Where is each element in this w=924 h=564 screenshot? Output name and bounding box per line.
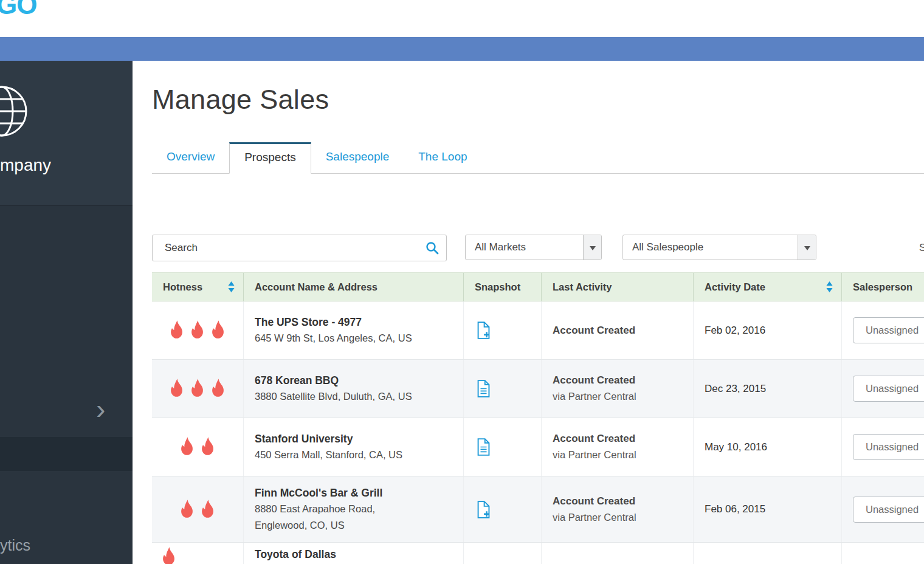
tab-bar: Overview Prospects Salespeople The Loop [152,142,924,174]
column-header-account: Account Name & Address [243,273,463,301]
sort-arrows-icon[interactable] [228,281,235,293]
account-address: 645 W 9th St, Los Angeles, CA, US [255,330,455,346]
markets-dropdown[interactable]: All Markets [465,235,602,260]
sidebar-lower-section: › ytics [0,205,133,564]
salesperson-cell: Unassigned [841,360,924,418]
column-header-snapshot: Snapshot [463,273,541,301]
sidebar: › ytics mpany [0,61,133,564]
account-cell: Toyota of Dallas [243,543,463,564]
activity-date-cell: Dec 23, 2015 [693,360,841,418]
flame-icon [167,320,186,341]
account-cell: The UPS Store - 4977 645 W 9th St, Los A… [243,301,463,359]
account-name[interactable]: The UPS Store - 4977 [255,314,455,330]
flame-icon [178,499,196,520]
sidebar-active-item[interactable] [0,437,133,471]
account-name[interactable]: 678 Korean BBQ [255,373,455,388]
sidebar-item-analytics[interactable]: ytics [0,537,30,554]
document-icon[interactable] [476,380,491,397]
hotness-cell [152,476,243,542]
column-header-last-activity: Last Activity [541,273,693,301]
prospects-table: Hotness Account Name & Address Snapshot … [152,272,924,564]
flame-icon [198,499,217,520]
flame-icon [159,546,178,564]
activity-date-cell [693,543,841,564]
account-name[interactable]: Toyota of Dallas [255,546,455,562]
chevron-right-icon[interactable]: › [96,395,105,423]
assign-salesperson-button[interactable]: Unassigned [853,317,924,343]
blue-nav-bar [0,37,924,61]
hotness-cell [152,360,243,418]
magnifier-icon[interactable] [425,241,440,258]
filter-bar: All Markets All Salespeople S [152,235,924,261]
brand-logo[interactable]: GO [0,0,36,20]
flame-icon [209,320,227,341]
add-document-icon[interactable] [476,501,491,518]
search-input[interactable] [152,235,447,261]
hotness-cell [152,418,243,476]
account-address: Englewood, CO, US [255,517,455,534]
flame-icon [198,436,217,458]
table-row[interactable]: Toyota of Dallas [152,543,924,564]
last-activity-cell: Account Created [541,301,693,359]
sort-arrows-icon[interactable] [826,281,833,293]
main-content: Manage Sales Overview Prospects Salespeo… [133,61,924,564]
account-address: 3880 Satellite Blvd, Duluth, GA, US [255,388,455,405]
table-row[interactable]: Finn McCool's Bar & Grill 8880 East Arap… [152,476,924,543]
account-cell: Stanford University 450 Serra Mall, Stan… [243,418,463,476]
add-document-icon[interactable] [476,322,491,339]
column-header-activity-date[interactable]: Activity Date [693,273,841,301]
hotness-flames [159,546,178,564]
last-activity-cell [541,543,693,564]
hotness-flames [178,436,217,458]
tab-overview[interactable]: Overview [152,142,229,173]
flame-icon [167,378,186,399]
hotness-flames [178,499,217,520]
activity-date-cell: Feb 06, 2015 [693,476,841,542]
snapshot-cell[interactable] [463,476,541,542]
chevron-down-icon [583,235,601,260]
salesperson-cell [841,543,924,564]
flame-icon [209,378,227,399]
snapshot-cell[interactable] [463,418,541,476]
snapshot-cell[interactable] [463,360,541,418]
account-address: 8880 East Arapahoe Road, [255,501,455,517]
tab-prospects[interactable]: Prospects [229,142,311,174]
tab-salespeople[interactable]: Salespeople [311,142,404,173]
last-activity-cell: Account Created via Partner Central [541,476,693,542]
assign-salesperson-button[interactable]: Unassigned [853,434,924,460]
assign-salesperson-button[interactable]: Unassigned [853,497,924,523]
column-header-hotness[interactable]: Hotness [152,273,243,301]
tab-the-loop[interactable]: The Loop [404,142,481,173]
chevron-down-icon [798,235,816,260]
snapshot-cell [463,543,541,564]
last-activity-cell: Account Created via Partner Central [541,418,693,476]
salesperson-cell: Unassigned [841,476,924,542]
activity-date-cell: Feb 02, 2016 [693,301,841,359]
account-name[interactable]: Finn McCool's Bar & Grill [255,485,455,501]
activity-date-cell: May 10, 2016 [693,418,841,476]
flame-icon [188,378,207,399]
salespeople-dropdown-value: All Salespeople [623,241,798,253]
page-title: Manage Sales [152,84,924,115]
hotness-flames [167,320,227,341]
hotness-cell [152,301,243,359]
table-row[interactable]: The UPS Store - 4977 645 W 9th St, Los A… [152,301,924,360]
table-row[interactable]: Stanford University 450 Serra Mall, Stan… [152,418,924,476]
salespeople-dropdown[interactable]: All Salespeople [622,235,816,260]
account-name[interactable]: Stanford University [255,431,455,447]
markets-dropdown-value: All Markets [466,241,583,253]
flame-icon [188,320,207,341]
globe-icon [0,84,29,141]
salesperson-cell: Unassigned [841,301,924,359]
table-row[interactable]: 678 Korean BBQ 3880 Satellite Blvd, Dulu… [152,360,924,418]
hotness-cell [152,543,243,564]
column-header-salesperson: Salesperson [841,273,924,301]
account-cell: Finn McCool's Bar & Grill 8880 East Arap… [243,476,463,542]
document-icon[interactable] [476,438,491,456]
company-name-label: mpany [0,156,51,175]
account-cell: 678 Korean BBQ 3880 Satellite Blvd, Dulu… [243,360,463,418]
snapshot-cell[interactable] [463,301,541,359]
flame-icon [178,436,196,458]
assign-salesperson-button[interactable]: Unassigned [853,376,924,402]
right-clipped-label: S [919,242,924,254]
